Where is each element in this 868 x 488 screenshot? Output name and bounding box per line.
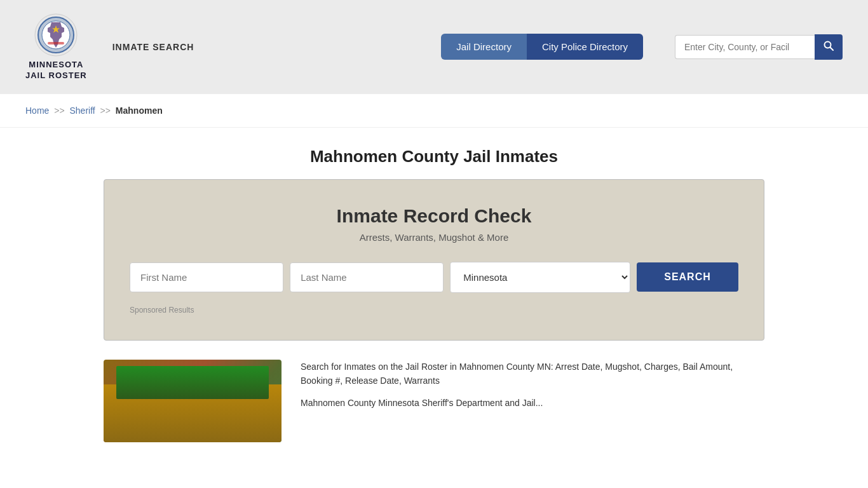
breadcrumb-sep-1: >> — [54, 105, 64, 116]
record-check-title: Inmate Record Check — [130, 205, 738, 227]
search-icon — [824, 41, 834, 51]
header-search-input[interactable] — [675, 35, 815, 59]
bottom-text-2: Mahnomen County Minnesota Sheriff's Depa… — [301, 396, 764, 410]
record-search-button[interactable]: SEARCH — [637, 262, 738, 292]
city-police-button[interactable]: City Police Directory — [527, 34, 643, 60]
breadcrumb-current: Mahnomen — [116, 105, 163, 116]
breadcrumb-sep-2: >> — [100, 105, 111, 116]
building-image — [104, 360, 281, 442]
record-check-section: Inmate Record Check Arrests, Warrants, M… — [78, 179, 790, 341]
bottom-text-1: Search for Inmates on the Jail Roster in… — [301, 360, 764, 388]
breadcrumb-home[interactable]: Home — [25, 105, 49, 116]
jail-directory-button[interactable]: Jail Directory — [441, 34, 527, 60]
state-select[interactable]: Minnesota Alabama Alaska Arizona Arkansa… — [450, 262, 630, 293]
header-search — [675, 34, 843, 60]
minnesota-logo-icon — [34, 13, 78, 57]
record-check-form: Minnesota Alabama Alaska Arizona Arkansa… — [130, 262, 738, 293]
header-search-button[interactable] — [815, 34, 843, 60]
breadcrumb-sheriff[interactable]: Sheriff — [70, 105, 95, 116]
bottom-section: Search for Inmates on the Jail Roster in… — [78, 360, 790, 468]
first-name-input[interactable] — [130, 262, 283, 292]
last-name-input[interactable] — [290, 262, 444, 292]
record-check-subtitle: Arrests, Warrants, Mugshot & More — [130, 232, 738, 243]
page-title: Mahnomen County Jail Inmates — [0, 128, 868, 179]
sponsored-label: Sponsored Results — [130, 306, 738, 315]
breadcrumb: Home >> Sheriff >> Mahnomen — [0, 94, 868, 128]
inmate-search-nav[interactable]: INMATE SEARCH — [112, 42, 194, 52]
record-check-box: Inmate Record Check Arrests, Warrants, M… — [104, 179, 764, 341]
bottom-description: Search for Inmates on the Jail Roster in… — [301, 360, 764, 416]
svg-rect-4 — [48, 42, 64, 44]
site-header: MINNESOTA JAIL ROSTER INMATE SEARCH Jail… — [0, 0, 868, 94]
site-logo-link[interactable]: MINNESOTA JAIL ROSTER — [25, 13, 87, 81]
directory-nav: Jail Directory City Police Directory — [441, 34, 643, 60]
svg-line-6 — [831, 47, 834, 50]
site-title: MINNESOTA JAIL ROSTER — [25, 60, 87, 81]
